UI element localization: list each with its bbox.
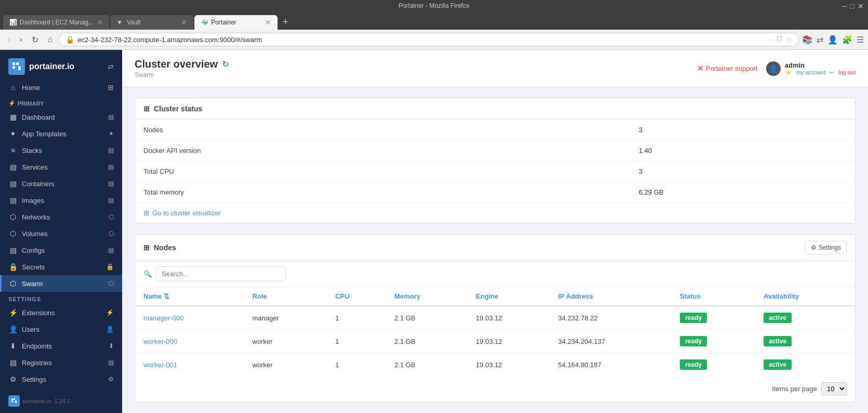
home-label: Home (22, 84, 103, 92)
logo-icon (8, 58, 25, 75)
visualizer-link[interactable]: ⊞ Go to cluster visualizer (135, 203, 855, 223)
support-button[interactable]: ✕ Portainer support (697, 63, 758, 73)
user-name: admin (785, 61, 856, 69)
main-content: Cluster overview ↻ Swarm ✕ Portainer sup… (122, 50, 868, 413)
col-availability[interactable]: Availability (755, 287, 855, 306)
sidebar-item-secrets[interactable]: 🔒 Secrets 🔒 (0, 259, 122, 275)
tab-close-2[interactable]: ✕ (181, 18, 187, 27)
menu-icon[interactable]: ☰ (857, 35, 864, 45)
memory-value: 6.29 GB (639, 188, 847, 196)
node-cpu-worker-000: 1 (327, 330, 386, 353)
app-templates-icon: ✦ (8, 130, 18, 138)
footer-version: 1.24.1 (54, 398, 70, 404)
node-role-worker-000: worker (244, 330, 327, 353)
col-status[interactable]: Status (672, 287, 755, 306)
sidebar-item-users[interactable]: 👤 Users 👤 (0, 321, 122, 338)
sidebar-item-extensions[interactable]: ⚡ Extensions ⚡ (0, 304, 122, 321)
sidebar-item-services[interactable]: ▤ Services ▤ (0, 159, 122, 175)
header-actions: ✕ Portainer support 👤 admin ⚡ my account… (697, 61, 856, 76)
col-role[interactable]: Role (244, 287, 327, 306)
address-bar[interactable]: 🔒 ec2-34-232-78-22.compute-1.amazonaws.c… (59, 33, 799, 46)
sidebar-toggle[interactable]: ⇄ (108, 62, 114, 71)
nodes-settings-button[interactable]: ⚙ Settings (805, 241, 847, 254)
refresh-icon[interactable]: ↻ (222, 59, 229, 69)
col-cpu[interactable]: CPU (327, 287, 386, 306)
tab-label-2: Vault (127, 19, 140, 26)
star-icon: ☆ (786, 36, 792, 44)
col-name[interactable]: Name ⇅ (135, 287, 244, 306)
page-title-area: Cluster overview ↻ Swarm (135, 58, 229, 79)
extensions-icon[interactable]: 🧩 (842, 35, 852, 45)
extensions-icon-right: ⚡ (106, 309, 114, 316)
refresh-button[interactable]: ↻ (29, 34, 42, 46)
sidebar-item-networks[interactable]: ⬡ Networks ⬡ (0, 209, 122, 225)
sidebar-item-images[interactable]: ▤ Images ▤ (0, 192, 122, 209)
tab-favicon-2: ▼ (116, 19, 124, 26)
sidebar-item-dashboard[interactable]: ▦ Dashboard ▤ (0, 109, 122, 125)
networks-icon-right: ⬡ (109, 213, 114, 221)
new-tab-button[interactable]: + (279, 15, 293, 30)
user-links: ⚡ my account ↩ log out (785, 69, 856, 76)
cluster-status-card: ⊞ Cluster status Nodes 3 Docker API vers… (135, 98, 856, 224)
cluster-row-nodes: Nodes 3 (135, 120, 855, 140)
pagination-area: Items per page 10 25 50 (135, 376, 855, 402)
items-per-page-select[interactable]: 10 25 50 (821, 382, 847, 395)
stacks-icon: ≡ (8, 146, 18, 154)
col-ip[interactable]: IP Address (550, 287, 672, 306)
home-icon: ⌂ (8, 83, 18, 92)
cluster-status-icon: ⊞ (143, 105, 150, 113)
node-name-manager-000[interactable]: manager-000 (143, 314, 183, 322)
node-engine-worker-000: 19.03.12 (468, 330, 550, 353)
col-memory[interactable]: Memory (386, 287, 468, 306)
cluster-status-table: Nodes 3 Docker API version 1.40 Total CP… (135, 120, 855, 223)
cluster-row-cpu: Total CPU 3 (135, 161, 855, 182)
forward-button[interactable]: › (16, 34, 25, 45)
library-icon[interactable]: 📚 (802, 35, 812, 45)
svg-rect-0 (12, 62, 15, 65)
node-cpu-manager-000: 1 (327, 306, 386, 330)
sidebar-item-settings[interactable]: ⚙ Settings ⚙ (0, 371, 122, 388)
nodes-table-body: manager-000 manager 1 2.1 GB 19.03.12 34… (135, 306, 855, 376)
cluster-status-title: ⊞ Cluster status (143, 105, 202, 113)
page-title: Cluster overview ↻ (135, 58, 229, 70)
logout-arrow-icon: ↩ (830, 69, 834, 76)
dashboard-icon-right: ▤ (108, 113, 114, 121)
home-button[interactable]: ⌂ (45, 34, 56, 45)
tab-portainer[interactable]: 🐳 Portainer ✕ (194, 15, 278, 30)
node-memory-worker-001: 2.1 GB (386, 353, 468, 377)
cluster-status-header: ⊞ Cluster status (135, 98, 855, 120)
sidebar-item-volumes[interactable]: ⬡ Volumes ⬡ (0, 225, 122, 242)
node-name-worker-001[interactable]: worker-001 (143, 361, 177, 369)
nodes-label: Nodes (143, 126, 639, 134)
sidebar-item-swarm[interactable]: ⬡ Swarm ⬡ (0, 275, 122, 292)
lightning-icon: ⚡ (8, 100, 16, 107)
sidebar-item-app-templates[interactable]: ✦ App Templates ✦ (0, 125, 122, 142)
tab-label-3: Portainer (211, 19, 236, 26)
sidebar-item-configs[interactable]: ▤ Configs ▤ (0, 242, 122, 259)
sync-icon[interactable]: ⇄ (817, 35, 823, 45)
sidebar-item-stacks[interactable]: ≡ Stacks ▤ (0, 142, 122, 159)
tab-dashboard[interactable]: 📊 Dashboard | EC2 Manag... ✕ (3, 15, 109, 30)
search-input[interactable] (156, 266, 286, 281)
sidebar-item-home[interactable]: ⌂ Home ⊞ (0, 79, 122, 96)
footer-logo-text: portainer.io (23, 398, 51, 404)
node-ip-worker-000: 34.234.204.137 (550, 330, 672, 353)
logout-link[interactable]: log out (838, 69, 856, 76)
account-icon[interactable]: 👤 (827, 35, 838, 45)
node-ip-manager-000: 34.232.78.22 (550, 306, 672, 330)
title-bar: Portainer - Mozilla Firefox ─ □ ✕ (0, 0, 868, 11)
tab-close-3[interactable]: ✕ (265, 18, 271, 27)
sidebar-item-containers[interactable]: ▤ Containers ▤ (0, 175, 122, 192)
images-icon: ▤ (8, 196, 18, 204)
tab-vault[interactable]: ▼ Vault ✕ (110, 15, 193, 30)
sidebar-item-endpoints[interactable]: ⬇ Endpoints ⬇ (0, 338, 122, 354)
col-engine[interactable]: Engine (468, 287, 550, 306)
sidebar-footer: portainer.io 1.24.1 (0, 389, 122, 413)
tab-close-1[interactable]: ✕ (97, 18, 103, 27)
my-account-link[interactable]: my account (796, 69, 825, 76)
cpu-value: 3 (639, 167, 847, 175)
nodes-value: 3 (639, 126, 847, 134)
node-name-worker-000[interactable]: worker-000 (143, 338, 177, 345)
sidebar-item-registries[interactable]: ▤ Registries ▤ (0, 354, 122, 371)
back-button[interactable]: ‹ (4, 34, 13, 45)
